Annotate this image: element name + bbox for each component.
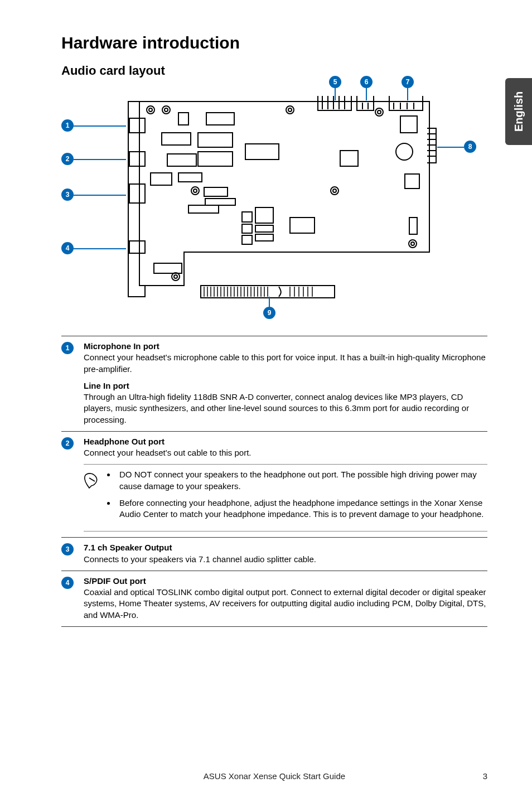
note-block: DO NOT connect your speakers to the head…: [84, 464, 487, 532]
svg-rect-40: [167, 154, 196, 166]
item-body: Headphone Out port Connect your headset'…: [84, 436, 487, 459]
item-row: 2 Headphone Out port Connect your headse…: [61, 431, 487, 538]
item-badge: 2: [61, 437, 74, 450]
footer-title: ASUS Xonar Xense Quick Start Guide: [61, 771, 487, 781]
item-badge: 4: [61, 577, 74, 589]
svg-rect-46: [188, 205, 219, 213]
svg-rect-41: [198, 152, 233, 166]
callout-line: [335, 88, 336, 100]
svg-rect-54: [290, 218, 315, 233]
callout-line: [269, 297, 270, 307]
item-list: 1 Microphone In port Connect your headse…: [61, 336, 487, 627]
item-row: 4 S/PDIF Out port Coaxial and optical TO…: [61, 571, 487, 627]
svg-rect-57: [405, 174, 419, 189]
svg-rect-45: [205, 199, 235, 205]
svg-rect-27: [357, 96, 374, 110]
page-footer: ASUS Xonar Xense Quick Start Guide 3: [61, 771, 487, 781]
item-desc: Through an Ultra-high fidelity 118dB SNR…: [84, 392, 487, 426]
svg-point-7: [165, 108, 168, 112]
svg-rect-47: [245, 144, 279, 160]
svg-point-18: [172, 273, 180, 281]
callout-5: 5: [329, 76, 341, 88]
note-list: DO NOT connect your speakers to the head…: [106, 469, 487, 525]
svg-point-10: [375, 108, 383, 116]
svg-rect-53: [255, 234, 273, 241]
svg-rect-2: [129, 184, 145, 203]
svg-point-6: [162, 106, 170, 114]
callout-2: 2: [61, 153, 74, 165]
item-desc: Coaxial and optical TOSLINK combo digita…: [84, 587, 487, 621]
item-desc: Connect your headset's microphone cable …: [84, 352, 487, 375]
svg-rect-1: [129, 152, 145, 166]
page: English Hardware introduction Audio card…: [0, 0, 532, 802]
callout-7: 7: [402, 76, 414, 88]
svg-rect-50: [242, 235, 252, 244]
svg-rect-42: [151, 173, 172, 185]
page-title: Hardware introduction: [61, 33, 487, 52]
svg-point-5: [149, 108, 152, 112]
svg-rect-52: [255, 225, 273, 232]
callout-8: 8: [464, 141, 476, 153]
note-icon: [84, 469, 106, 525]
callout-9: 9: [263, 307, 275, 319]
item-row: 1 Microphone In port Connect your headse…: [61, 336, 487, 431]
item-desc: Connects to your speakers via 7.1 channe…: [84, 554, 487, 565]
item-badge-col: 4: [61, 576, 84, 621]
svg-point-20: [396, 143, 413, 160]
svg-rect-39: [198, 133, 233, 147]
item-title: S/PDIF Out port: [84, 576, 487, 587]
svg-rect-37: [206, 113, 234, 125]
svg-rect-36: [178, 113, 188, 125]
item-body: S/PDIF Out port Coaxial and optical TOSL…: [84, 576, 487, 621]
callout-line: [74, 125, 126, 127]
svg-point-9: [288, 108, 292, 112]
item-desc: Connect your headset's out cable to this…: [84, 447, 487, 458]
svg-rect-58: [409, 218, 417, 234]
item-body: 7.1 ch Speaker Output Connects to your s…: [84, 542, 487, 565]
item-title: Microphone In port: [84, 341, 487, 352]
svg-rect-3: [129, 241, 145, 253]
callout-line: [74, 195, 126, 196]
item-body: Microphone In port Connect your headset'…: [84, 341, 487, 426]
item-badge: 1: [61, 342, 74, 354]
svg-rect-38: [162, 133, 191, 145]
svg-rect-51: [255, 207, 273, 223]
svg-rect-0: [129, 118, 145, 133]
svg-point-17: [411, 242, 414, 245]
item-badge: 3: [61, 543, 74, 555]
svg-rect-56: [400, 116, 417, 133]
svg-rect-43: [178, 173, 202, 182]
svg-rect-49: [242, 224, 252, 233]
item-title: Line In port: [84, 380, 487, 392]
item-title: Headphone Out port: [84, 436, 487, 447]
audio-card-diagram: [95, 96, 441, 308]
svg-point-11: [378, 110, 381, 114]
diagram-area: 1 2 3 4 5 6 7 8 9: [61, 85, 487, 319]
svg-rect-48: [242, 212, 252, 222]
note-text: DO NOT connect your speakers to the head…: [116, 469, 487, 492]
hand-write-icon: [84, 471, 101, 489]
callout-6: 6: [360, 76, 373, 88]
svg-rect-44: [204, 187, 228, 196]
language-tab: English: [505, 78, 532, 145]
svg-point-4: [147, 106, 154, 114]
item-badge-col: 1: [61, 341, 84, 426]
callout-1: 1: [61, 119, 74, 132]
note-text: Before connecting your headphone, adjust…: [116, 497, 487, 520]
svg-point-8: [286, 106, 294, 114]
callout-line: [74, 159, 126, 160]
callout-line: [74, 248, 126, 249]
svg-point-15: [333, 189, 336, 192]
callout-line: [407, 88, 408, 100]
item-row: 3 7.1 ch Speaker Output Connects to your…: [61, 537, 487, 571]
svg-point-19: [174, 275, 177, 278]
svg-point-14: [331, 187, 338, 195]
svg-point-13: [194, 189, 197, 192]
callout-line: [437, 147, 464, 148]
svg-point-12: [191, 187, 199, 195]
svg-rect-91: [154, 263, 182, 273]
item-badge-col: 2: [61, 436, 84, 459]
subtitle: Audio card layout: [61, 64, 487, 78]
callout-3: 3: [61, 189, 74, 201]
svg-point-16: [409, 240, 417, 248]
